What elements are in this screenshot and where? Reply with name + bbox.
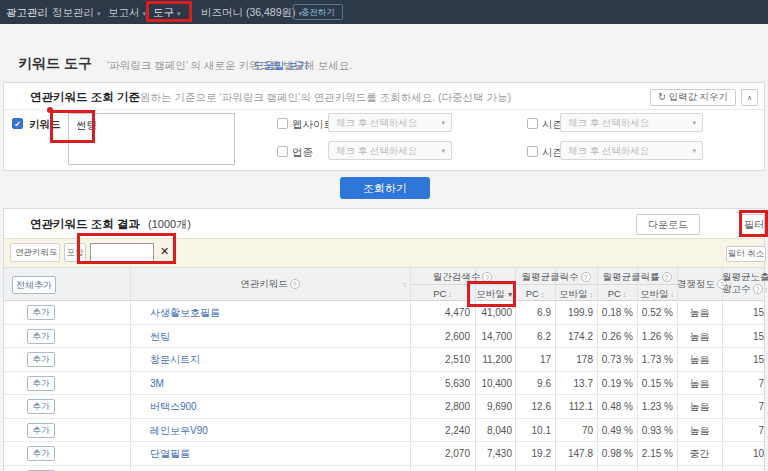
ad-count: 15 (722, 348, 764, 372)
add-all-button[interactable]: 전체추가 (12, 276, 56, 294)
pc-search-count: 4,470 (410, 301, 470, 325)
industry-select[interactable]: 체크 후 선택하세요▾ (328, 141, 452, 160)
filter-cancel-button[interactable]: 필터 취소 (726, 246, 766, 262)
refresh-icon: ↻ (658, 91, 666, 102)
pc-click-count: 12.6 (515, 395, 551, 419)
sort-icon[interactable]: ↕ (398, 278, 410, 289)
nav-info-management[interactable]: 정보관리▾ (52, 6, 101, 20)
ad-count: 15 (722, 325, 764, 349)
competition-level: 높음 (677, 301, 722, 325)
keyword-link[interactable]: 단열필름 (150, 442, 190, 466)
keyword-tool-screen: 광고관리 정보관리▾ 보고서▾ 도구▾ 비즈머니 (36,489원)▾ 충전하기… (0, 0, 768, 471)
add-keyword-button[interactable]: 추가 (27, 446, 55, 461)
mobile-search-count: 9,690 (475, 395, 512, 419)
subheader-clicks-pc[interactable]: PC↕ (515, 288, 555, 299)
chevron-down-icon: ▾ (692, 114, 696, 131)
mobile-ctr: 1.73 % (637, 348, 673, 372)
column-header-competition[interactable]: 경쟁정도?↕ (677, 278, 722, 291)
season-theme-select[interactable]: 체크 후 선택하세요▾ (560, 141, 703, 160)
add-keyword-button[interactable]: 추가 (27, 376, 55, 391)
sort-icon: ↕ (765, 286, 768, 293)
mobile-search-count: 6,570 (475, 466, 512, 471)
competition-level: 높음 (677, 372, 722, 396)
mobile-ctr: 0.93 % (637, 419, 673, 443)
sort-icon: ↕ (541, 291, 545, 298)
keyword-link[interactable]: 톰스테인드글라스 (150, 466, 230, 471)
filter-field-select[interactable]: 연관키워드▾ (10, 243, 60, 262)
season-month-checkbox[interactable] (527, 118, 538, 129)
pc-click-count: 9.9 (515, 466, 551, 471)
nav-tools[interactable]: 도구▾ (153, 6, 181, 20)
mobile-click-count: 147.8 (555, 442, 593, 466)
website-checkbox[interactable] (277, 118, 288, 129)
add-keyword-button[interactable]: 추가 (27, 399, 55, 414)
mobile-search-count: 14,700 (475, 325, 512, 349)
sort-icon: ↕ (623, 291, 627, 298)
nav-ad-management[interactable]: 광고관리 (6, 6, 48, 20)
help-icon: ? (482, 272, 492, 282)
competition-level: 높음 (677, 395, 722, 419)
keyword-link[interactable]: 3M (150, 372, 164, 396)
clear-inputs-button[interactable]: ↻ 입력값 지우기 (650, 89, 736, 106)
column-header-ad-exposure[interactable]: 월평균노출광고수?↕ (722, 271, 768, 296)
column-header-monthly-search: 월간검색수? (410, 271, 515, 284)
results-count: (1000개) (148, 217, 191, 232)
filter-condition-button[interactable]: 포함 (64, 243, 86, 262)
add-keyword-button[interactable]: 추가 (27, 305, 55, 320)
nav-reports[interactable]: 보고서▾ (108, 6, 146, 20)
filter-keyword-input[interactable] (90, 243, 154, 262)
pc-ctr: 0.49 % (597, 466, 633, 471)
subheader-search-pc[interactable]: PC↕ (410, 288, 475, 299)
pc-ctr: 0.49 % (597, 419, 633, 443)
criteria-title: 연관키워드 조회 기준 (30, 90, 140, 105)
chevron-down-icon: ▾ (52, 244, 56, 261)
help-link[interactable]: 도움말 보기 (253, 59, 308, 73)
keyword-link[interactable]: 사생활보호필름 (150, 301, 220, 325)
keyword-checkbox[interactable]: ✔ (12, 118, 23, 129)
mobile-ctr: 1.23 % (637, 395, 673, 419)
subheader-ctr-mobile[interactable]: 모바일↕ (637, 288, 677, 301)
pc-click-count: 17 (515, 348, 551, 372)
subheader-clicks-mobile[interactable]: 모바일↕ (555, 288, 597, 301)
page-title: 키워드 도구 (18, 55, 92, 73)
mobile-click-count: 199.9 (555, 301, 593, 325)
season-month-select[interactable]: 체크 후 선택하세요▾ (560, 113, 703, 132)
chevron-down-icon: ▾ (97, 10, 101, 17)
sort-desc-icon: ▼ (507, 291, 514, 298)
subheader-search-mobile[interactable]: 모바일▼ (475, 288, 515, 301)
season-theme-checkbox[interactable] (527, 146, 538, 157)
search-button[interactable]: 조회하기 (340, 177, 430, 199)
filter-button[interactable]: 필터▾ (741, 214, 765, 235)
pc-search-count: 2,510 (410, 348, 470, 372)
add-keyword-button[interactable]: 추가 (27, 423, 55, 438)
subheader-ctr-pc[interactable]: PC↕ (597, 288, 637, 299)
keyword-link[interactable]: 레인보우V90 (150, 419, 208, 443)
sort-icon: ↕ (671, 291, 675, 298)
charge-button[interactable]: 충전하기 (293, 4, 343, 20)
competition-level: 중간 (677, 466, 722, 471)
pc-ctr: 0.48 % (597, 395, 633, 419)
annotation-dot (47, 107, 53, 113)
column-header-monthly-clicks: 월평균클릭수? (515, 271, 597, 284)
keyword-link[interactable]: 창문시트지 (150, 348, 200, 372)
industry-checkbox[interactable] (277, 146, 288, 157)
ad-count: 15 (722, 301, 764, 325)
nav-bizmoney[interactable]: 비즈머니 (36,489원)▾ (201, 6, 302, 20)
keyword-input[interactable]: 썬팅 (68, 113, 235, 165)
competition-level: 높음 (677, 325, 722, 349)
add-keyword-button[interactable]: 추가 (27, 329, 55, 344)
column-header-keyword[interactable]: 연관키워드? (130, 278, 410, 291)
keyword-link[interactable]: 버택스900 (150, 395, 197, 419)
download-button[interactable]: 다운로드 (636, 214, 700, 235)
add-keyword-button[interactable]: 추가 (27, 352, 55, 367)
criteria-header-divider (4, 109, 764, 110)
website-select[interactable]: 체크 후 선택하세요▾ (328, 113, 452, 132)
filter-clear-icon[interactable]: ✕ (160, 245, 169, 258)
pc-click-count: 6.9 (515, 301, 551, 325)
results-title: 연관키워드 조회 결과 (30, 217, 140, 232)
collapse-panel-button[interactable]: ∧ (741, 89, 758, 106)
mobile-ctr: 1.26 % (637, 325, 673, 349)
mobile-click-count: 112.1 (555, 395, 593, 419)
keyword-link[interactable]: 썬팅 (150, 325, 170, 349)
pc-search-count: 2,240 (410, 419, 470, 443)
